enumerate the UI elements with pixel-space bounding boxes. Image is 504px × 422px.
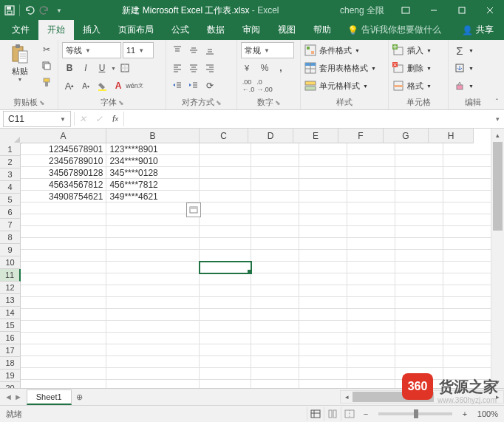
cell[interactable]: [299, 155, 347, 167]
format-cells-button[interactable]: 格式▼: [392, 78, 432, 94]
row-header[interactable]: 11: [0, 269, 21, 282]
copy-icon[interactable]: [39, 58, 54, 73]
row-header[interactable]: 12: [0, 282, 21, 294]
cell[interactable]: [106, 344, 200, 356]
cell[interactable]: [443, 297, 491, 309]
cell[interactable]: [395, 226, 443, 238]
cell[interactable]: [21, 321, 106, 333]
font-name-combo[interactable]: 等线▼: [62, 42, 121, 58]
cell[interactable]: [251, 356, 299, 368]
cut-icon[interactable]: ✂: [39, 42, 54, 57]
cell[interactable]: [347, 333, 395, 344]
cell[interactable]: [200, 368, 251, 380]
cell[interactable]: [395, 356, 443, 368]
vertical-scrollbar[interactable]: ▴ ▾: [491, 129, 504, 388]
cell[interactable]: [21, 262, 106, 273]
cell[interactable]: [106, 226, 200, 238]
column-header[interactable]: B: [106, 129, 200, 143]
dialog-launcher-icon[interactable]: ⬊: [118, 99, 124, 106]
cell[interactable]: [21, 368, 106, 380]
prev-sheet-icon[interactable]: ◄: [4, 392, 13, 401]
cell[interactable]: [443, 238, 491, 250]
maximize-button[interactable]: [448, 0, 476, 21]
bold-button[interactable]: B: [62, 61, 77, 75]
cell[interactable]: [299, 214, 347, 226]
share-button[interactable]: 👤 共享: [454, 20, 501, 40]
cell[interactable]: [251, 179, 299, 191]
border-icon[interactable]: [118, 61, 132, 75]
fx-icon[interactable]: fx: [107, 111, 123, 127]
minimize-button[interactable]: [420, 0, 448, 21]
cell[interactable]: [200, 203, 251, 214]
cell[interactable]: 34908754621: [21, 191, 106, 203]
cell[interactable]: [200, 333, 251, 344]
cell[interactable]: [443, 285, 491, 297]
cell[interactable]: [347, 226, 395, 238]
cell[interactable]: [299, 344, 347, 356]
column-header[interactable]: H: [429, 129, 474, 143]
cell[interactable]: [395, 179, 443, 191]
cell[interactable]: [200, 143, 251, 155]
decrease-decimal-icon[interactable]: .0→.00: [257, 78, 272, 93]
accounting-icon[interactable]: ¥: [241, 61, 256, 75]
formula-input[interactable]: [123, 112, 491, 126]
column-header[interactable]: E: [293, 129, 338, 143]
row-header[interactable]: 10: [0, 256, 21, 269]
cell[interactable]: [299, 273, 347, 285]
page-break-view-icon[interactable]: [341, 407, 358, 421]
cell[interactable]: [347, 273, 395, 285]
format-painter-icon[interactable]: [39, 75, 54, 89]
tab-home[interactable]: 开始: [38, 20, 74, 40]
cell[interactable]: [443, 167, 491, 179]
font-size-combo[interactable]: 11▼: [123, 42, 154, 58]
align-right-icon[interactable]: [202, 61, 217, 75]
number-format-combo[interactable]: 常规▼: [241, 42, 294, 58]
row-header[interactable]: 1: [0, 143, 21, 156]
row-header[interactable]: 9: [0, 244, 21, 256]
cell[interactable]: [106, 333, 200, 344]
cell[interactable]: [251, 273, 299, 285]
cell[interactable]: [395, 167, 443, 179]
expand-formula-bar-icon[interactable]: ▾: [491, 115, 504, 123]
cell[interactable]: [21, 250, 106, 262]
cell[interactable]: [443, 143, 491, 155]
cell[interactable]: [200, 380, 251, 388]
cell[interactable]: [347, 238, 395, 250]
undo-icon[interactable]: [23, 2, 36, 18]
cell[interactable]: [251, 344, 299, 356]
cell[interactable]: [251, 368, 299, 380]
cell[interactable]: [299, 380, 347, 388]
tab-insert[interactable]: 插入: [74, 20, 109, 40]
cell[interactable]: [251, 238, 299, 250]
cell[interactable]: [443, 214, 491, 226]
conditional-format-button[interactable]: 条件格式▼: [304, 42, 360, 58]
cell[interactable]: [200, 344, 251, 356]
cell[interactable]: [251, 285, 299, 297]
cell[interactable]: [299, 297, 347, 309]
scroll-left-icon[interactable]: ◂: [341, 393, 353, 401]
cell[interactable]: 123****8901: [106, 143, 200, 155]
cell[interactable]: [106, 238, 200, 250]
tab-review[interactable]: 审阅: [234, 20, 269, 40]
scroll-thumb[interactable]: [493, 142, 503, 231]
cell[interactable]: [299, 226, 347, 238]
cell[interactable]: [299, 321, 347, 333]
cell[interactable]: [106, 356, 200, 368]
cell[interactable]: [443, 262, 491, 273]
cell[interactable]: [251, 203, 299, 214]
align-middle-icon[interactable]: [186, 43, 201, 58]
autosum-icon[interactable]: Σ: [452, 43, 467, 58]
scroll-down-icon[interactable]: ▾: [491, 375, 504, 388]
cell[interactable]: [200, 179, 251, 191]
dialog-launcher-icon[interactable]: ⬊: [216, 99, 222, 106]
column-header[interactable]: G: [384, 129, 429, 143]
cell[interactable]: [200, 214, 251, 226]
cell[interactable]: [395, 214, 443, 226]
zoom-slider[interactable]: [378, 412, 452, 415]
next-sheet-icon[interactable]: ►: [14, 392, 22, 401]
column-header[interactable]: D: [248, 129, 293, 143]
paste-button[interactable]: 粘贴 ▼: [4, 42, 36, 84]
cell[interactable]: [395, 203, 443, 214]
sheet-nav[interactable]: ◄►: [0, 392, 27, 401]
scroll-right-icon[interactable]: ▸: [491, 393, 503, 401]
